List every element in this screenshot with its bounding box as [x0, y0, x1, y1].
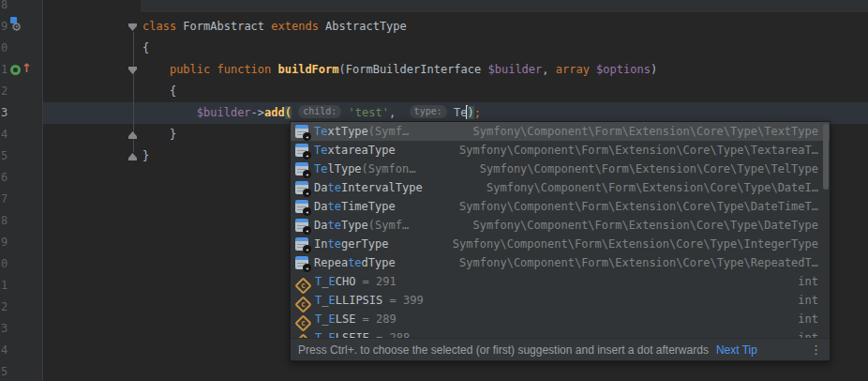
completion-item-label: Repea	[314, 256, 348, 269]
completion-item-label: te	[348, 256, 361, 269]
completion-item[interactable]: TextareaTypeSymfony\Component\Form\Exten…	[291, 141, 830, 160]
code-line	[0, 361, 868, 381]
code-line: class FormAbstract extends AbstractType	[0, 16, 868, 38]
parameter-name-inlay-hint[interactable]: child:	[298, 105, 341, 118]
completion-item-label: xtareaType	[327, 144, 395, 157]
completion-item-type: Symfony\Component\Form\Extension\Core\Ty…	[473, 122, 818, 141]
completion-popup: TextType(Symf…Symfony\Component\Form\Ext…	[290, 121, 831, 361]
completion-item-label: E	[328, 312, 335, 326]
class-icon	[295, 219, 308, 232]
completion-item-label: LSEIF	[336, 331, 369, 338]
completion-item-label: E	[328, 294, 335, 307]
completion-item-label: In	[314, 237, 327, 251]
code-token: (	[285, 106, 292, 119]
hint-text: Press Ctrl+. to choose the selected (or …	[298, 343, 709, 357]
code-line: public function buildForm(FormBuilderInt…	[0, 59, 868, 81]
fold-collapse-icon[interactable]	[128, 23, 137, 31]
code-tokens: class FormAbstract extends AbstractType	[142, 16, 407, 38]
completion-item-label: Da	[314, 219, 327, 232]
completion-item-label: (Symf…	[368, 219, 409, 232]
completion-item-label: = 289	[355, 312, 396, 326]
completion-item-label: Te	[314, 162, 327, 175]
code-token: class	[142, 20, 183, 33]
code-token: ;	[474, 106, 481, 119]
code-token: AbstractType	[325, 20, 407, 33]
parameter-name-inlay-hint[interactable]: type:	[410, 105, 447, 118]
code-token	[142, 106, 197, 119]
code-token: )	[467, 106, 473, 119]
code-token: }	[142, 149, 149, 162]
completion-item[interactable]: DateIntervalTypeSymfony\Component\Form\E…	[291, 178, 830, 197]
code-token: array	[556, 63, 596, 76]
code-tokens: {	[142, 38, 149, 59]
code-tokens: }	[142, 145, 149, 167]
class-icon	[295, 144, 308, 157]
completion-item-label: (Symfon…	[362, 162, 416, 175]
completion-item-label: gerType	[341, 237, 389, 251]
clipped-completion-item: cT_ELSEIF = 288int	[291, 328, 830, 338]
fold-end-icon[interactable]	[128, 153, 137, 160]
code-token: $builder	[197, 106, 251, 119]
code-token: $builder	[487, 63, 542, 76]
completion-item-label: (Symf…	[368, 125, 409, 138]
completion-item-type: int	[798, 272, 818, 291]
completion-item[interactable]: TelType(Symfon…Symfony\Component\Form\Ex…	[291, 160, 830, 178]
code-token: FormBuilderInterface	[346, 63, 488, 76]
completion-item-label: Da	[314, 200, 327, 213]
code-token: extends	[271, 20, 325, 33]
ide-editor-window: ⚙ ↑ 8901234567890123456 class FormAbstra…	[0, 0, 868, 381]
completion-item-label: CHO	[336, 275, 356, 288]
completion-item-label: E	[328, 331, 335, 338]
completion-item-label: dType	[362, 256, 396, 269]
completion-item-type: Symfony\Component\Form\Extension\Core\Ty…	[459, 253, 818, 272]
class-icon	[295, 162, 308, 175]
completion-item[interactable]: DateType(Symf…Symfony\Component\Form\Ext…	[291, 216, 830, 235]
completion-list: TextType(Symf…Symfony\Component\Form\Ext…	[291, 122, 830, 338]
completion-item-label: = 291	[355, 275, 396, 288]
code-token: {	[142, 84, 176, 98]
completion-item-type: Symfony\Component\Form\Extension\Core\Ty…	[453, 235, 818, 253]
completion-item-type: Symfony\Component\Form\Extension\Core\Ty…	[486, 178, 818, 197]
completion-item[interactable]: RepeatedTypeSymfony\Component\Form\Exten…	[291, 253, 830, 272]
completion-item-label: IntervalType	[341, 181, 423, 194]
completion-item-type: int	[798, 291, 818, 310]
code-token: )	[651, 63, 657, 76]
code-token: FormAbstract	[183, 20, 271, 33]
completion-item-label: te	[327, 181, 340, 194]
code-token: buildForm	[278, 63, 339, 76]
completion-item[interactable]: IntegerTypeSymfony\Component\Form\Extens…	[291, 235, 830, 253]
code-token	[142, 63, 170, 76]
code-token	[396, 106, 409, 119]
code-token	[447, 106, 454, 119]
completion-item[interactable]: cT_ELLIPSIS = 399int	[291, 291, 830, 310]
completion-item-type: Symfony\Component\Form\Extension\Core\Ty…	[459, 197, 818, 216]
popup-scrollbar-thumb[interactable]	[823, 124, 829, 190]
completion-item[interactable]: TextType(Symf…Symfony\Component\Form\Ext…	[291, 122, 830, 141]
completion-item[interactable]: cT_ELSEIF = 288int	[291, 328, 830, 338]
completion-item[interactable]: DateTimeTypeSymfony\Component\Form\Exten…	[291, 197, 830, 216]
completion-item-label: LSE	[336, 312, 356, 326]
code-token: Te	[454, 106, 467, 119]
class-icon	[295, 181, 308, 194]
code-token: add	[264, 106, 285, 119]
completion-item-label: Da	[314, 181, 327, 194]
fold-collapse-icon[interactable]	[128, 67, 137, 74]
code-token: ->	[251, 106, 264, 119]
popup-menu-icon[interactable]: ⋮	[810, 343, 822, 357]
completion-item-label: te	[327, 219, 340, 232]
class-icon	[295, 125, 308, 138]
completion-item-label: Te	[314, 144, 327, 157]
completion-item-label: Te	[314, 125, 327, 138]
completion-item-label: = 399	[382, 294, 423, 307]
completion-item-type: Symfony\Component\Form\Extension\Core\Ty…	[473, 216, 818, 235]
completion-item-label: lType	[327, 162, 361, 175]
code-token	[341, 106, 348, 119]
completion-item[interactable]: cT_ECHO = 291int	[291, 272, 830, 291]
completion-item-label: TimeType	[341, 200, 396, 213]
class-icon	[295, 256, 308, 269]
next-tip-link[interactable]: Next Tip	[716, 343, 757, 357]
code-tokens: public function buildForm(FormBuilderInt…	[142, 59, 657, 81]
fold-end-icon[interactable]	[128, 131, 137, 139]
completion-item-type: Symfony\Component\Form\Extension\Core\Ty…	[459, 141, 818, 160]
completion-item[interactable]: cT_ELSE = 289int	[291, 310, 830, 328]
